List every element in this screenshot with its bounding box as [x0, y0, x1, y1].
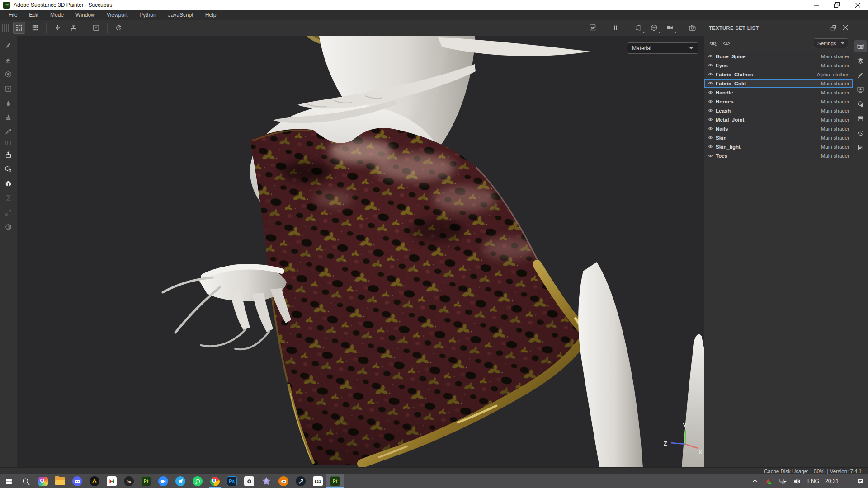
action-center-icon[interactable]	[857, 478, 864, 485]
display-settings-icon[interactable]	[854, 84, 867, 96]
texture-set-row[interactable]: Fabric_Gold Main shader	[704, 79, 853, 88]
texture-set-row[interactable]: Eyes Main shader	[704, 61, 853, 70]
taskbar-substance-painter-icon[interactable]: Pt	[326, 474, 344, 488]
tile-grid-icon[interactable]	[29, 22, 41, 34]
visibility-eye-icon[interactable]	[708, 71, 713, 77]
taskbar-hp-icon[interactable]: hp	[120, 474, 137, 488]
visibility-eye-icon[interactable]	[708, 62, 713, 68]
menu-item-viewport[interactable]: Viewport	[101, 10, 133, 20]
layers-icon[interactable]	[854, 55, 867, 67]
taskbar-steam-icon[interactable]	[292, 474, 309, 488]
transform-select-icon[interactable]	[13, 22, 25, 34]
minimize-button[interactable]	[806, 0, 826, 10]
display-mode-dropdown[interactable]: Material	[627, 42, 698, 54]
viewport-effects-off-icon[interactable]	[587, 22, 599, 34]
menu-item-python[interactable]: Python	[133, 10, 162, 20]
expand-view-tool-icon[interactable]	[2, 206, 15, 219]
texture-set-row[interactable]: Fabric_Clothes Alpha_clothes	[704, 70, 853, 79]
taskbar-start-icon[interactable]	[0, 474, 17, 488]
texture-set-row[interactable]: Leash Main shader	[704, 106, 853, 115]
close-button[interactable]	[847, 0, 868, 10]
visibility-eye-icon[interactable]	[708, 144, 713, 150]
taskbar-photoshop-icon[interactable]: Ps	[223, 474, 241, 488]
smudge-tool-icon[interactable]	[2, 97, 15, 109]
visibility-eye-icon[interactable]	[708, 108, 713, 113]
camera-mode-icon[interactable]	[664, 22, 676, 34]
taskbar-blender-icon[interactable]	[275, 474, 292, 488]
taskbar-modeling-star-icon[interactable]	[258, 474, 275, 488]
viewport-3d-model[interactable]: Y Z X	[17, 36, 704, 467]
tray-expand-icon[interactable]	[751, 478, 759, 485]
taskbar-chrome-icon[interactable]	[206, 474, 223, 488]
taskbar-substance-painter-icon[interactable]: Pt	[137, 474, 155, 488]
taskbar-media-player-icon[interactable]	[103, 474, 120, 488]
visibility-eye-icon[interactable]	[708, 153, 713, 159]
pause-engine-icon[interactable]	[609, 22, 622, 34]
close-panel-icon[interactable]	[843, 25, 848, 31]
eye-single-icon[interactable]: 1	[722, 39, 731, 47]
eraser-tool-icon[interactable]	[2, 53, 15, 66]
gpu-monitor-icon[interactable]	[764, 477, 773, 486]
restore-button[interactable]	[826, 0, 847, 10]
texture-set-row[interactable]: Nails Main shader	[704, 124, 853, 133]
volume-icon[interactable]	[793, 477, 802, 486]
taskbar-media-classic-icon[interactable]: 321	[309, 474, 326, 488]
texture-set-row[interactable]: Skin_light Main shader	[704, 142, 853, 151]
display-3d-tool-icon[interactable]	[2, 177, 15, 190]
visibility-eye-icon[interactable]	[708, 89, 713, 95]
perspective-camera-icon[interactable]	[632, 22, 644, 34]
taskbar-aimp-icon[interactable]	[86, 474, 103, 488]
history-icon[interactable]	[854, 127, 867, 139]
polygon-fill-tool-icon[interactable]	[2, 82, 15, 95]
undock-panel-icon[interactable]	[830, 25, 836, 31]
display-3d-2d-tool-icon[interactable]	[2, 163, 15, 175]
texture-set-row[interactable]: Metal_Joint Main shader	[704, 115, 853, 124]
network-icon[interactable]	[779, 477, 787, 485]
taskbar-file-explorer-icon[interactable]	[52, 474, 69, 488]
viewport-3d[interactable]: Y Z X Material	[17, 36, 704, 467]
texture-set-row[interactable]: Skin Main shader	[704, 133, 853, 142]
clone-stamp-tool-icon[interactable]	[2, 111, 15, 124]
taskbar-telegram-icon[interactable]	[172, 474, 189, 488]
export-share-tool-icon[interactable]	[2, 148, 15, 161]
eye-refresh-icon[interactable]	[709, 39, 717, 47]
settings-dropdown[interactable]: Settings	[814, 38, 848, 48]
log-icon[interactable]	[854, 141, 867, 154]
viewer-sphere-tool-icon[interactable]	[2, 221, 15, 233]
taskbar-render-preview-icon[interactable]	[241, 474, 258, 488]
taskbar-mail-icon[interactable]	[34, 474, 52, 488]
bake-pending-tool-icon[interactable]	[2, 192, 15, 204]
texture-set-row[interactable]: Handle Main shader	[704, 88, 853, 97]
material-picker-tool-icon[interactable]	[2, 126, 15, 138]
reset-camera-icon[interactable]	[113, 22, 125, 34]
viewport-snapshot-icon[interactable]	[686, 22, 698, 34]
texture-set-settings-icon[interactable]	[854, 40, 867, 52]
visibility-eye-icon[interactable]	[708, 99, 713, 104]
menu-item-javascript[interactable]: JavaScript	[162, 10, 199, 20]
drag-handle[interactable]	[2, 24, 9, 32]
taskbar-search-icon[interactable]	[17, 474, 34, 488]
mirror-display-icon[interactable]	[52, 22, 64, 34]
frame-view-icon[interactable]	[90, 22, 102, 34]
visibility-eye-icon[interactable]	[708, 53, 713, 59]
menu-item-mode[interactable]: Mode	[44, 10, 70, 20]
tray-language[interactable]: ENG	[807, 478, 819, 484]
visibility-eye-icon[interactable]	[708, 80, 713, 86]
texture-set-row[interactable]: Hornes Main shader	[704, 97, 853, 106]
menu-item-window[interactable]: Window	[70, 10, 101, 20]
assets-icon[interactable]	[854, 113, 867, 125]
taskbar-whatsapp-icon[interactable]	[189, 474, 206, 488]
symmetry-plane-icon[interactable]	[67, 22, 80, 34]
shader-settings-icon[interactable]	[854, 98, 867, 110]
menu-item-help[interactable]: Help	[199, 10, 222, 20]
paint-tool-icon[interactable]	[2, 39, 15, 52]
taskbar-discord-icon[interactable]	[69, 474, 86, 488]
geometry-mode-icon[interactable]	[648, 22, 660, 34]
texture-set-row[interactable]: Bone_Spine Main shader	[704, 52, 853, 61]
menu-item-file[interactable]: File	[3, 10, 23, 20]
visibility-eye-icon[interactable]	[708, 117, 713, 122]
taskbar-zoom-icon[interactable]	[155, 474, 172, 488]
menu-item-edit[interactable]: Edit	[23, 10, 44, 20]
texture-set-row[interactable]: Toes Main shader	[704, 151, 853, 160]
brush-properties-icon[interactable]	[854, 69, 867, 81]
